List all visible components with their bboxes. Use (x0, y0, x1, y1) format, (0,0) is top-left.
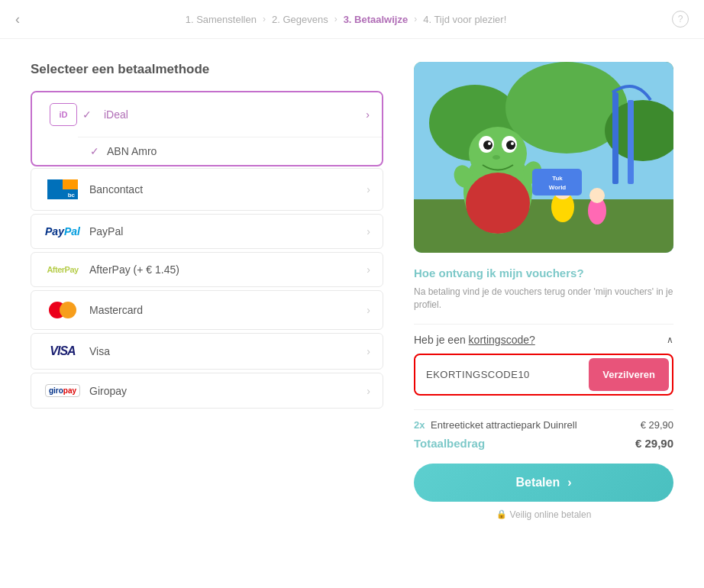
back-button[interactable]: ‹ (15, 11, 20, 27)
section-title: Selecteer een betaalmethode (31, 62, 383, 77)
svg-text:World: World (549, 184, 567, 191)
svg-text:bc: bc (68, 192, 76, 199)
right-panel: Tuk World Hoe ontvang ik mijn vouchers? … (414, 62, 673, 520)
paypal-icon: PayPal (44, 225, 82, 237)
abn-label: ABN Amro (107, 145, 157, 157)
afterpay-label: AfterPay (+ € 1.45) (82, 263, 367, 276)
step-3: 3. Betaalwijze (344, 14, 409, 25)
payment-method-panel: Selecteer een betaalmethode iD ✓ iDeal ›… (31, 62, 383, 520)
giropay-label: Giropay (82, 385, 367, 397)
voucher-question-text: Hoe ontvang ik mijn vouchers? (414, 267, 584, 279)
giropay-logo: giropay (45, 384, 80, 397)
abn-amro-row[interactable]: ✓ ABN Amro (78, 137, 382, 165)
total-label: Totaalbedrag (414, 437, 485, 450)
bancontact-method[interactable]: bc Bancontact › (31, 168, 383, 211)
giropay-arrow-icon: › (367, 385, 370, 397)
mastercard-logo (49, 302, 76, 318)
ideal-checkmark: ✓ (82, 108, 92, 121)
step-indicator: 1. Samenstellen › 2. Gegevens › 3. Betaa… (35, 14, 657, 25)
order-item-label: Entreeticket attractiepark Duinrell (431, 419, 576, 431)
svg-rect-11 (414, 199, 673, 253)
total-amount: € 29,90 (635, 437, 673, 450)
mastercard-arrow-icon: › (367, 304, 370, 316)
voucher-section: Hoe ontvang ik mijn vouchers? Na betalin… (414, 267, 673, 312)
visa-method[interactable]: VISA Visa › (31, 333, 383, 370)
ideal-label: iDeal (96, 108, 366, 121)
svg-rect-1 (47, 179, 63, 189)
paypal-label: PayPal (82, 225, 367, 237)
svg-point-27 (589, 188, 605, 203)
paypal-arrow-icon: › (367, 225, 370, 237)
giropay-icon: giropay (44, 384, 82, 397)
secure-line: 🔒 Veilig online betalen (414, 509, 673, 520)
afterpay-logo: AfterPay (47, 265, 78, 274)
svg-point-20 (492, 155, 500, 160)
kortingscode-input-container: Verzilveren (414, 354, 673, 396)
total-line: Totaalbedrag € 29,90 (414, 437, 673, 450)
help-button[interactable]: ? (672, 11, 689, 27)
visa-icon: VISA (44, 344, 82, 358)
chevron-icon: › (414, 14, 417, 24)
ideal-icon: iD (44, 103, 82, 126)
secure-label: Veilig online betalen (510, 509, 592, 520)
step-2: 2. Gegevens (272, 14, 328, 25)
step-4: 4. Tijd voor plezier! (423, 14, 506, 25)
betalen-button[interactable]: Betalen › (414, 464, 673, 502)
svg-point-17 (506, 141, 515, 150)
bancontact-label: Bancontact (82, 183, 367, 195)
voucher-question: Hoe ontvang ik mijn vouchers? (414, 267, 673, 279)
park-image: Tuk World (414, 62, 673, 253)
betalen-arrow-icon: › (567, 476, 571, 489)
svg-point-18 (488, 142, 491, 145)
ideal-arrow-icon: › (366, 108, 370, 121)
order-item-amount: € 29,90 (641, 419, 673, 431)
svg-rect-9 (612, 92, 618, 184)
svg-rect-2 (63, 179, 78, 189)
svg-rect-28 (532, 169, 582, 195)
paypal-logo: PayPal (45, 225, 80, 237)
svg-point-21 (466, 173, 530, 234)
order-item-qty: 2x (414, 419, 425, 431)
order-item-description: 2x Entreeticket attractiepark Duinrell (414, 419, 577, 431)
order-divider (414, 409, 673, 410)
afterpay-icon: AfterPay (44, 265, 82, 274)
svg-rect-10 (628, 100, 634, 184)
main-layout: Selecteer een betaalmethode iD ✓ iDeal ›… (0, 39, 704, 543)
kortingscode-link[interactable]: kortingscode? (469, 334, 535, 346)
lock-icon: 🔒 (496, 509, 507, 519)
abn-checkmark: ✓ (90, 145, 99, 157)
ideal-logo: iD (50, 103, 77, 126)
mastercard-label: Mastercard (82, 304, 367, 316)
chevron-icon: › (263, 14, 266, 24)
visa-label: Visa (82, 345, 367, 357)
verzilveren-button[interactable]: Verzilveren (589, 358, 669, 391)
afterpay-method[interactable]: AfterPay AfterPay (+ € 1.45) › (31, 252, 383, 287)
ideal-row[interactable]: iD ✓ iDeal › (32, 92, 382, 137)
svg-point-13 (469, 127, 527, 180)
top-navigation: ‹ 1. Samenstellen › 2. Gegevens › 3. Bet… (0, 0, 704, 39)
svg-text:Tuk: Tuk (552, 175, 563, 182)
order-item-row: 2x Entreeticket attractiepark Duinrell €… (414, 419, 673, 431)
step-1: 1. Samenstellen (186, 14, 257, 25)
svg-point-16 (483, 141, 492, 150)
mastercard-icon (44, 302, 82, 318)
svg-point-19 (511, 142, 514, 145)
kortingscode-label: Heb je een kortingscode? (414, 334, 535, 346)
paypal-method[interactable]: PayPal PayPal › (31, 214, 383, 249)
giropay-method[interactable]: giropay Giropay › (31, 373, 383, 409)
kortingscode-toggle[interactable]: Heb je een kortingscode? ∧ (414, 334, 673, 346)
voucher-description: Na betaling vind je de vouchers terug on… (414, 286, 673, 312)
mastercard-method[interactable]: Mastercard › (31, 290, 383, 330)
afterpay-arrow-icon: › (367, 263, 370, 276)
chevron-icon: › (334, 14, 337, 24)
kortingscode-input[interactable] (415, 358, 586, 391)
visa-arrow-icon: › (367, 345, 370, 357)
betalen-label: Betalen (515, 476, 560, 489)
bancontact-arrow-icon: › (367, 183, 370, 195)
visa-logo: VISA (50, 344, 75, 358)
bancontact-icon: bc (44, 179, 82, 199)
chevron-up-icon: ∧ (667, 334, 673, 345)
ideal-method-card[interactable]: iD ✓ iDeal › ✓ ABN Amro (31, 91, 383, 166)
divider (414, 324, 673, 325)
